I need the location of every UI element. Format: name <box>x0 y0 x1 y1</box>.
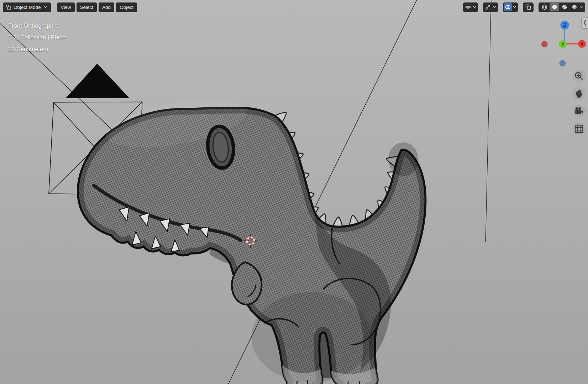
projection-toggle-button[interactable] <box>573 123 586 135</box>
shading-solid-button[interactable] <box>550 3 559 11</box>
shading-mode-group <box>539 2 585 12</box>
overlays-dropdown[interactable] <box>503 2 518 12</box>
menu-view[interactable]: View <box>57 2 75 12</box>
axis-x-negative-handle[interactable] <box>541 41 548 47</box>
xray-toggle-button[interactable] <box>523 2 534 12</box>
menu-add[interactable]: Add <box>99 2 114 12</box>
gizmos-dropdown[interactable] <box>483 2 498 12</box>
overlays-icon <box>504 3 512 11</box>
menu-object[interactable]: Object <box>116 2 137 12</box>
object-mode-icon <box>6 5 11 10</box>
axis-y-label: Y <box>561 42 565 47</box>
mode-selector[interactable]: Object Mode <box>3 2 51 12</box>
mode-selector-label: Object Mode <box>14 5 41 10</box>
visibility-dropdown[interactable] <box>463 2 478 12</box>
menu-select[interactable]: Select <box>77 2 97 12</box>
axis-z-label: Z <box>563 22 566 28</box>
shading-solid-icon <box>551 4 558 10</box>
visibility-icon <box>464 3 472 11</box>
collection-breadcrumb: (12) Collection | Plane <box>8 32 66 43</box>
shading-wireframe-button[interactable] <box>540 3 549 11</box>
3d-viewport[interactable]: Z Y X <box>0 0 588 384</box>
menu-bar: View Select Add Object <box>57 2 137 12</box>
xray-icon <box>525 4 531 10</box>
shading-dropdown[interactable] <box>579 6 584 8</box>
shading-rendered-button[interactable] <box>569 3 579 11</box>
shading-wireframe-icon <box>541 4 548 10</box>
shading-material-icon <box>561 4 568 10</box>
chevron-down-icon[interactable] <box>472 6 477 8</box>
sidebar-toggle[interactable] <box>582 17 588 28</box>
viewport-text-overlay: Front Orthographic (12) Collection | Pla… <box>8 20 66 55</box>
axis-z-negative-handle[interactable] <box>559 60 566 66</box>
axis-x-label: X <box>581 41 584 47</box>
chevron-down-icon <box>43 6 48 8</box>
grid-scale-label: 10 Centimeters <box>8 43 66 55</box>
shading-rendered-icon <box>571 4 578 10</box>
chevron-down-icon[interactable] <box>512 6 517 8</box>
camera-view-button[interactable] <box>573 105 586 118</box>
chevron-down-icon[interactable] <box>492 6 497 8</box>
gizmo-icon <box>484 3 492 11</box>
viewport-header: Object Mode View Select Add Object <box>0 0 588 14</box>
shading-material-button[interactable] <box>560 3 569 11</box>
scene-canvas: Z Y X <box>0 0 588 384</box>
zoom-button[interactable] <box>573 70 586 82</box>
view-name-label: Front Orthographic <box>8 20 66 32</box>
pan-button[interactable] <box>573 87 586 100</box>
